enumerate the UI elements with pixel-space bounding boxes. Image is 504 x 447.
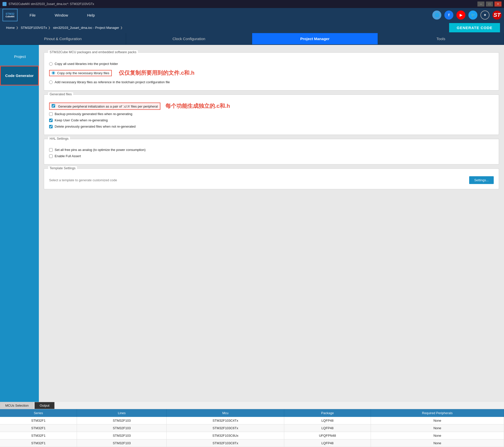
radio-copy-necessary-input[interactable] <box>52 71 55 75</box>
checkbox-analog-pins[interactable]: Set all free pins as analog (to optimize… <box>49 147 494 153</box>
tab-tools[interactable]: Tools <box>378 33 504 44</box>
logo: STM32 CubeMX <box>3 9 18 21</box>
table-cell: STM32F103C6Tx <box>167 424 284 432</box>
table-row[interactable]: STM32F1STM32F103STM32F103C6UxUFQFPN48Non… <box>0 432 504 439</box>
mcu-packages-section: STM32Cube MCU packages and embedded soft… <box>44 52 499 91</box>
annotation-peripheral: 每个功能生成独立的.c和.h <box>165 102 230 110</box>
generated-files-section: Generated files Generate peripheral init… <box>44 95 499 135</box>
table-cell: None <box>371 424 504 432</box>
twitter-icon[interactable]: 🐦 <box>468 11 477 20</box>
table-cell: UFQFPN48 <box>284 432 371 439</box>
checkbox-backup[interactable]: Backup previously generated files when r… <box>49 111 494 117</box>
sidebar-item-project[interactable]: Project <box>0 47 39 66</box>
globe-icon[interactable]: 🌐 <box>432 11 441 20</box>
st-logo-icon[interactable]: ST <box>492 11 501 20</box>
col-mcu: Mcu <box>167 409 284 417</box>
window-controls: ─ □ ✕ <box>477 2 501 7</box>
table-cell: STM32F103 <box>77 432 167 439</box>
template-settings-title: Template Settings <box>48 166 77 170</box>
radio-copy-necessary-row[interactable]: Copy only the necessary library files 仅仅… <box>49 68 494 78</box>
titlebar-title: STM32CubeMX stm32f103_2usart_dma.ioc*: S… <box>9 2 475 6</box>
checkbox-backup-input[interactable] <box>49 112 53 116</box>
maximize-button[interactable]: □ <box>486 2 493 7</box>
col-peripherals: Required Peripherals <box>371 409 504 417</box>
bottom-tab-output[interactable]: Output <box>34 402 55 409</box>
table-cell: None <box>371 432 504 439</box>
template-row: Settings... <box>49 176 494 184</box>
logo-top: STM32 <box>6 12 14 15</box>
bottom-tab-mcu-selection[interactable]: MCUs Selection <box>0 402 34 409</box>
table-cell: LQFP48 <box>284 439 371 447</box>
checkbox-delete-files[interactable]: Delete previously generated files when n… <box>49 123 494 130</box>
generate-code-button[interactable]: GENERATE CODE <box>449 23 500 32</box>
checkbox-analog-pins-label: Set all free pins as analog (to optimize… <box>55 148 146 152</box>
checkbox-backup-label: Backup previously generated files when r… <box>55 112 132 116</box>
table-cell: STM32F103C8Tx <box>167 439 284 447</box>
radio-add-reference[interactable]: Add necessary library files as reference… <box>49 79 494 85</box>
template-input[interactable] <box>49 178 466 182</box>
network-icon[interactable]: ✦ <box>480 11 489 20</box>
generated-files-title: Generated files <box>48 92 73 96</box>
checkbox-analog-pins-input[interactable] <box>49 148 53 152</box>
radio-add-reference-input[interactable] <box>49 80 53 84</box>
checkbox-keep-user-code[interactable]: Keep User Code when re-generating <box>49 117 494 123</box>
checkbox-full-assert-input[interactable] <box>49 154 53 158</box>
close-button[interactable]: ✕ <box>494 2 501 7</box>
checkbox-peripheral-row: Generate peripheral initialization as a … <box>49 102 494 110</box>
table-row[interactable]: STM32F1STM32F103STM32F103C8TxLQFP48None <box>0 439 504 447</box>
facebook-icon[interactable]: f <box>444 11 453 20</box>
youtube-icon[interactable]: ▶ <box>456 11 465 20</box>
logo-bottom: CubeMX <box>6 15 15 18</box>
hal-settings-title: HAL Settings <box>48 137 70 140</box>
radio-copy-all-input[interactable] <box>49 62 53 66</box>
table-cell: None <box>371 439 504 447</box>
checkbox-delete-files-input[interactable] <box>49 125 53 128</box>
table-cell: STM32F1 <box>0 432 77 439</box>
mcu-packages-title: STM32Cube MCU packages and embedded soft… <box>48 50 138 54</box>
bottom-table: Series Lines Mcu Package Required Periph… <box>0 409 504 447</box>
breadcrumb-project[interactable]: stm32f103_2usart_dma.ioc - Project Manag… <box>51 25 123 31</box>
tab-pinout[interactable]: Pinout & Configuration <box>0 33 126 44</box>
table-cell: STM32F103 <box>77 417 167 424</box>
menu-file[interactable]: File <box>28 12 38 18</box>
tab-project-manager[interactable]: Project Manager <box>252 33 378 44</box>
table-cell: STM32F103C6Ux <box>167 432 284 439</box>
table-cell: STM32F1 <box>0 417 77 424</box>
table-cell: STM32F103 <box>77 439 167 447</box>
checkbox-peripheral-input[interactable] <box>52 104 55 108</box>
hal-settings-section: HAL Settings Set all free pins as analog… <box>44 139 499 164</box>
radio-copy-necessary-label: Copy only the necessary library files <box>57 71 109 75</box>
col-package: Package <box>284 409 371 417</box>
table-cell: None <box>371 417 504 424</box>
checkbox-peripheral-highlighted[interactable]: Generate peripheral initialization as a … <box>49 103 160 110</box>
checkbox-keep-user-code-label: Keep User Code when re-generating <box>55 118 108 122</box>
tab-clock[interactable]: Clock Configuration <box>126 33 252 44</box>
table-row[interactable]: STM32F1STM32F103STM32F103C4TxLQFP48None <box>0 417 504 424</box>
checkbox-full-assert[interactable]: Enable Full Assert <box>49 153 494 159</box>
radio-copy-all-label: Copy all used libraries into the project… <box>55 62 118 66</box>
table-row[interactable]: STM32F1STM32F103STM32F103C6TxLQFP48None <box>0 424 504 432</box>
table-cell: STM32F103 <box>77 424 167 432</box>
settings-button[interactable]: Settings... <box>469 176 494 184</box>
checkbox-keep-user-code-input[interactable] <box>49 119 53 122</box>
breadcrumb-mcu[interactable]: STM32F103VGTx <box>19 25 51 31</box>
radio-add-reference-label: Add necessary library files as reference… <box>55 80 170 84</box>
app-icon <box>3 2 7 6</box>
table-cell: LQFP48 <box>284 417 371 424</box>
menu-window[interactable]: Window <box>53 12 70 18</box>
checkbox-full-assert-label: Enable Full Assert <box>55 154 81 158</box>
titlebar: STM32CubeMX stm32f103_2usart_dma.ioc*: S… <box>0 0 504 8</box>
breadcrumb-home[interactable]: Home <box>4 25 19 31</box>
minimize-button[interactable]: ─ <box>477 2 484 7</box>
menu-help[interactable]: Help <box>85 12 97 18</box>
bottom-tabs: MCUs Selection Output <box>0 402 504 409</box>
social-icons: 🌐 f ▶ 🐦 ✦ ST <box>432 11 501 20</box>
sidebar-item-code-generator[interactable]: Code Generator <box>0 66 39 85</box>
table-cell: LQFP48 <box>284 424 371 432</box>
annotation-copy-necessary: 仅仅复制所要用到的文件.c和.h <box>119 69 194 77</box>
main-layout: Project Code Generator Advanced Settings… <box>0 45 504 447</box>
menu-items: File Window Help <box>28 12 432 18</box>
radio-copy-all[interactable]: Copy all used libraries into the project… <box>49 61 494 67</box>
checkbox-delete-files-label: Delete previously generated files when n… <box>55 125 136 128</box>
hal-settings-content: Set all free pins as analog (to optimize… <box>49 147 494 159</box>
